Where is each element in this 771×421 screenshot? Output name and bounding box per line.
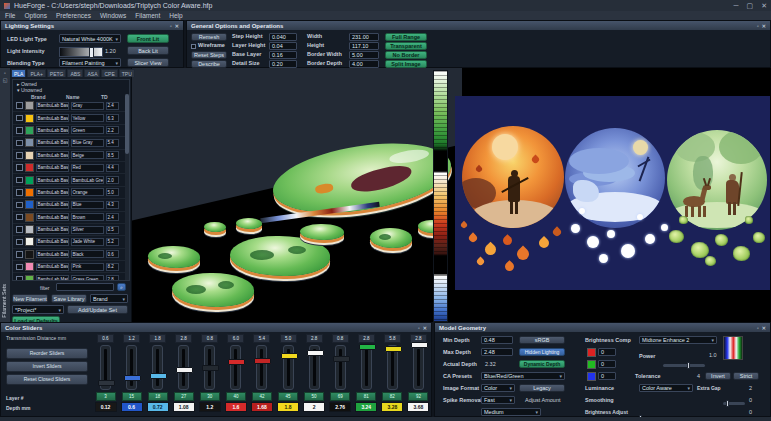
- slider-track[interactable]: [256, 345, 267, 390]
- filament-td-field[interactable]: 2.4: [106, 213, 119, 221]
- menu-item[interactable]: Filament: [135, 12, 160, 19]
- viewport-canvas[interactable]: [132, 68, 771, 322]
- color-slider[interactable]: 2.8 92 3.68: [408, 334, 429, 412]
- slider-handle[interactable]: [150, 373, 167, 379]
- slider-track[interactable]: [178, 345, 189, 390]
- filament-row[interactable]: BambuLab Basic Blue 4.3: [13, 199, 129, 211]
- float-panel-icon[interactable]: ▫: [418, 325, 420, 331]
- filament-type-tab[interactable]: PLA: [11, 69, 26, 77]
- table-scrollbar-thumb[interactable]: [125, 94, 129, 154]
- filament-brand-field[interactable]: BambuLab Basic: [36, 213, 69, 221]
- filament-name-field[interactable]: Grass Green: [71, 275, 104, 281]
- reset-closed-sliders-button[interactable]: Reset Closed Sliders: [6, 374, 88, 385]
- reorder-sliders-button[interactable]: Reorder Sliders: [6, 348, 88, 359]
- filament-type-tab[interactable]: ABS: [67, 69, 83, 77]
- brand-filter-dropdown[interactable]: Brand: [90, 294, 128, 303]
- slicer-view-button[interactable]: Slicer View: [127, 58, 169, 67]
- td-column-header[interactable]: TD: [101, 94, 114, 100]
- strict-button[interactable]: Strict: [733, 372, 759, 380]
- back-lit-button[interactable]: Back Lit: [127, 46, 169, 55]
- srgb-button[interactable]: sRGB: [519, 336, 565, 344]
- slider-track[interactable]: [335, 345, 346, 390]
- filament-td-field[interactable]: 2.8: [106, 275, 119, 281]
- project-set-dropdown[interactable]: *Project*: [12, 305, 64, 314]
- filament-checkbox[interactable]: [16, 140, 23, 147]
- close-icon[interactable]: ✕: [761, 2, 767, 10]
- full-range-button[interactable]: Full Range: [385, 33, 427, 41]
- filament-row[interactable]: BambuLab Basic Black 0.6: [13, 249, 129, 261]
- filament-brand-field[interactable]: BambuLab Basic: [36, 139, 69, 147]
- filament-checkbox[interactable]: [16, 214, 23, 221]
- slider-handle[interactable]: [124, 375, 141, 381]
- filament-td-field[interactable]: 4.3: [106, 201, 119, 209]
- filament-row[interactable]: BambuLab Basic Gray 2.4: [13, 100, 129, 112]
- filament-checkbox[interactable]: [16, 239, 23, 246]
- filament-brand-field[interactable]: BambuLab Basic: [36, 263, 69, 271]
- color-slider[interactable]: 5.8 82 3.28: [382, 334, 403, 412]
- filament-td-field[interactable]: 8.5: [106, 151, 119, 159]
- filament-checkbox[interactable]: [16, 127, 23, 134]
- slider-handle[interactable]: [307, 350, 324, 356]
- close-panel-icon[interactable]: ✕: [762, 325, 766, 331]
- brand-column-header[interactable]: Brand: [31, 94, 64, 100]
- color-slider[interactable]: 6.0 40 1.6: [225, 334, 246, 412]
- step-height-field[interactable]: 0.040: [269, 33, 297, 41]
- filter-search-button[interactable]: ⌕: [117, 283, 126, 291]
- menu-item[interactable]: Help: [169, 12, 182, 19]
- slider-track[interactable]: [100, 345, 111, 390]
- menu-item[interactable]: Options: [24, 12, 46, 19]
- filament-name-field[interactable]: Pink: [71, 263, 104, 271]
- border-depth-field[interactable]: 4.00: [349, 60, 379, 68]
- filament-td-field[interactable]: 0.6: [106, 250, 119, 258]
- maximize-icon[interactable]: ▢: [747, 2, 754, 10]
- extra-gap-slider[interactable]: [723, 402, 745, 405]
- color-slider[interactable]: 1.2 15 0.6: [121, 334, 142, 412]
- filament-row[interactable]: BambuLab Matte Grass Green 2.8: [13, 273, 129, 281]
- model-geometry-header[interactable]: Model Geometry ▫ ✕: [435, 323, 770, 332]
- filament-brand-field[interactable]: BambuLab Basic: [36, 201, 69, 209]
- filament-brand-field[interactable]: BambuLab Basic: [36, 176, 69, 184]
- filament-name-field[interactable]: BambuLab Green: [71, 176, 104, 184]
- filament-checkbox[interactable]: [16, 115, 23, 122]
- filament-td-field[interactable]: 0.5: [106, 226, 119, 234]
- filament-td-field[interactable]: 2.2: [106, 126, 119, 134]
- filament-brand-field[interactable]: BambuLab Basic: [36, 238, 69, 246]
- detail-size-field[interactable]: 0.20: [269, 60, 297, 68]
- slider-track[interactable]: [126, 345, 137, 390]
- filament-checkbox[interactable]: [16, 202, 23, 209]
- filament-brand-field[interactable]: BambuLab Basic: [36, 151, 69, 159]
- close-panel-icon[interactable]: ✕: [175, 23, 179, 29]
- slider-handle[interactable]: [359, 344, 376, 350]
- layer-height-field[interactable]: 0.04: [269, 42, 297, 50]
- filament-group-unowned[interactable]: ▾ Unowned: [13, 87, 129, 94]
- split-image-button[interactable]: Split Image: [385, 60, 427, 68]
- color-slider[interactable]: 5.0 45 1.8: [278, 334, 299, 412]
- slider-handle[interactable]: [98, 380, 115, 386]
- save-library-button[interactable]: Save Library: [51, 294, 87, 303]
- filament-checkbox[interactable]: [16, 226, 23, 233]
- invert-sliders-button[interactable]: Invert Sliders: [6, 361, 88, 372]
- general-panel-header[interactable]: General Options and Operations ▫ ✕: [187, 21, 770, 30]
- filament-group-owned[interactable]: ▸ Owned: [13, 80, 129, 87]
- filament-row[interactable]: BambuLab Basic Silver 0.5: [13, 224, 129, 236]
- slider-track[interactable]: [204, 345, 215, 390]
- color-slider[interactable]: 2.8 27 1.08: [173, 334, 194, 412]
- slider-track[interactable]: [361, 345, 372, 390]
- light-intensity-handle[interactable]: [89, 47, 94, 58]
- filament-name-field[interactable]: Green: [71, 126, 104, 134]
- filament-brand-field[interactable]: BambuLab Basic: [36, 102, 69, 110]
- slider-track[interactable]: [230, 345, 241, 390]
- filament-checkbox[interactable]: [16, 164, 23, 171]
- color-slider[interactable]: 0.8 30 1.2: [199, 334, 220, 412]
- slider-handle[interactable]: [254, 358, 271, 364]
- color-slider[interactable]: 2.8 50 2: [304, 334, 325, 412]
- color-sliders-header[interactable]: Color Sliders ▫ ✕: [1, 323, 431, 332]
- filament-row[interactable]: BambuLab Basic Brown 2.4: [13, 212, 129, 224]
- slider-handle[interactable]: [228, 359, 245, 365]
- filament-brand-field[interactable]: BambuLab Matte: [36, 275, 69, 281]
- menu-item[interactable]: Windows: [100, 12, 126, 19]
- filament-name-field[interactable]: Beige: [71, 151, 104, 159]
- layer-color-bar[interactable]: [433, 70, 448, 322]
- power-slider[interactable]: [663, 364, 705, 367]
- slider-handle[interactable]: [385, 346, 402, 352]
